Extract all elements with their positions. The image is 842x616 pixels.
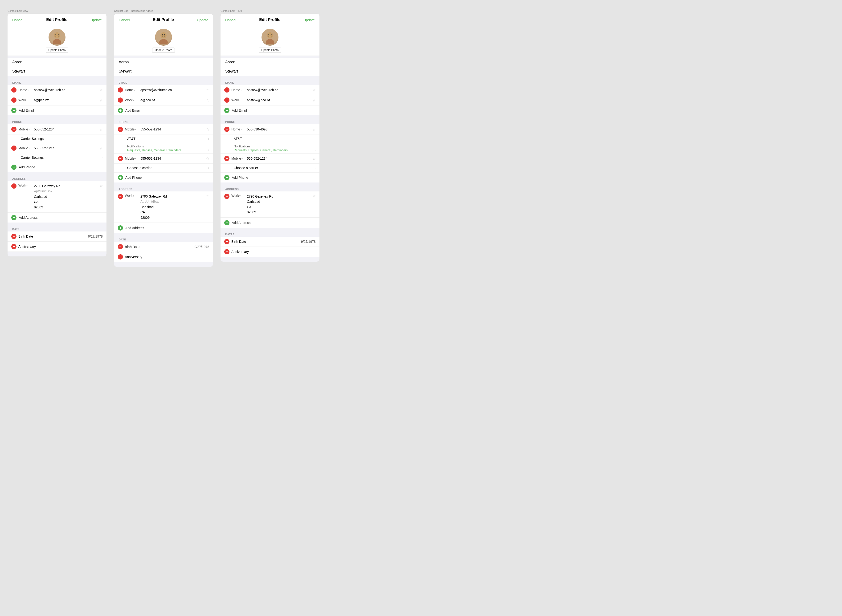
star-icon[interactable]: ☆ bbox=[312, 127, 316, 132]
carrier-row[interactable]: Carrier Settings › bbox=[7, 153, 106, 162]
last-name-field[interactable]: Stewart bbox=[7, 67, 106, 76]
email-type-dropdown[interactable]: Home ▾ bbox=[18, 88, 32, 92]
email-value[interactable]: apstew@cvchurch.co bbox=[34, 88, 97, 92]
first-name-field[interactable]: Aaron bbox=[114, 58, 213, 67]
remove-email-button[interactable]: − bbox=[224, 87, 229, 92]
add-phone-button[interactable]: + bbox=[224, 175, 229, 180]
add-email-button[interactable]: + bbox=[224, 108, 229, 113]
email-value[interactable]: apstew@pco.bz bbox=[247, 98, 310, 102]
last-name-field[interactable]: Stewart bbox=[220, 67, 319, 76]
remove-address-button[interactable]: − bbox=[11, 183, 16, 189]
star-icon[interactable]: ☆ bbox=[206, 156, 209, 161]
phone-type-dropdown[interactable]: Mobile ▾ bbox=[18, 128, 32, 131]
address-type-dropdown[interactable]: Work ▾ bbox=[231, 194, 245, 198]
carrier-row[interactable]: Choose a carrier › bbox=[114, 164, 213, 172]
star-icon[interactable]: ☆ bbox=[312, 98, 316, 103]
email-type-dropdown[interactable]: Home ▾ bbox=[125, 88, 138, 92]
section-header: PHONE bbox=[7, 117, 106, 124]
phone-value[interactable]: 555-530-4093 bbox=[247, 128, 310, 131]
update-button[interactable]: Update bbox=[197, 18, 208, 22]
star-icon[interactable]: ☆ bbox=[99, 146, 103, 151]
cancel-button[interactable]: Cancel bbox=[12, 18, 24, 22]
first-name-field[interactable]: Aaron bbox=[220, 58, 319, 67]
phone-value[interactable]: 555-552-1234 bbox=[247, 157, 310, 160]
remove-address-button[interactable]: − bbox=[224, 194, 229, 199]
update-photo-button[interactable]: Update Photo bbox=[152, 48, 175, 53]
remove-email-button[interactable]: − bbox=[11, 97, 16, 103]
email-value[interactable]: a@pco.bz bbox=[34, 98, 97, 102]
add-email-button[interactable]: + bbox=[11, 108, 16, 113]
carrier-row[interactable]: AT&T › bbox=[114, 135, 213, 143]
email-value[interactable]: apstew@cvchurch.co bbox=[140, 88, 204, 92]
email-type-dropdown[interactable]: Work ▾ bbox=[231, 98, 245, 102]
email-type-dropdown[interactable]: Work ▾ bbox=[18, 98, 32, 102]
email-row: − Work ▾ apstew@pco.bz ☆ bbox=[220, 95, 319, 105]
phone-type-dropdown[interactable]: Home ▾ bbox=[231, 128, 245, 131]
star-icon[interactable]: ☆ bbox=[206, 98, 209, 103]
remove-phone-button[interactable]: − bbox=[118, 127, 123, 132]
star-icon[interactable]: ☆ bbox=[99, 183, 103, 188]
remove-date-button[interactable]: − bbox=[224, 249, 229, 254]
remove-phone-button[interactable]: − bbox=[11, 145, 16, 151]
add-phone-button[interactable]: + bbox=[118, 175, 123, 180]
add-address-button[interactable]: + bbox=[11, 215, 16, 220]
add-email-button[interactable]: + bbox=[118, 108, 123, 113]
address-details: 2790 Gateway Rd Apt/Unit/Box Carlsbad CA… bbox=[140, 194, 204, 220]
remove-phone-button[interactable]: − bbox=[224, 156, 229, 161]
update-button[interactable]: Update bbox=[90, 18, 102, 22]
remove-address-button[interactable]: − bbox=[118, 194, 123, 199]
phone-type-dropdown[interactable]: Mobile ▾ bbox=[231, 157, 245, 160]
phone-type-dropdown[interactable]: Mobile ▾ bbox=[18, 146, 32, 150]
star-icon[interactable]: ☆ bbox=[312, 156, 316, 161]
notification-row[interactable]: Notifications Requests, Replies, General… bbox=[114, 143, 213, 154]
remove-date-button[interactable]: − bbox=[118, 244, 123, 249]
carrier-row[interactable]: Carrier Settings › bbox=[7, 135, 106, 143]
star-icon[interactable]: ☆ bbox=[99, 88, 103, 92]
remove-email-button[interactable]: − bbox=[118, 97, 123, 103]
remove-email-button[interactable]: − bbox=[118, 87, 123, 92]
star-icon[interactable]: ☆ bbox=[206, 194, 209, 198]
address-type-dropdown[interactable]: Work ▾ bbox=[125, 194, 138, 198]
last-name-field[interactable]: Stewart bbox=[114, 67, 213, 76]
address-type-dropdown[interactable]: Work ▾ bbox=[18, 183, 32, 187]
update-photo-button[interactable]: Update Photo bbox=[259, 48, 281, 53]
star-icon[interactable]: ☆ bbox=[312, 194, 316, 198]
phone-value[interactable]: 555-552-1244 bbox=[34, 146, 97, 150]
email-value[interactable]: apstew@cvchurch.co bbox=[247, 88, 310, 92]
phone-value[interactable]: 555-552-1234 bbox=[140, 128, 204, 131]
remove-date-button[interactable]: − bbox=[11, 234, 16, 239]
remove-email-button[interactable]: − bbox=[11, 87, 16, 92]
add-address-button[interactable]: + bbox=[224, 220, 229, 225]
email-type-dropdown[interactable]: Home ▾ bbox=[231, 88, 245, 92]
phone-value[interactable]: 555-552-1234 bbox=[34, 128, 97, 131]
remove-email-button[interactable]: − bbox=[224, 97, 229, 103]
remove-phone-button[interactable]: − bbox=[224, 127, 229, 132]
star-icon[interactable]: ☆ bbox=[206, 127, 209, 132]
cancel-button[interactable]: Cancel bbox=[119, 18, 130, 22]
carrier-row[interactable]: AT&T › bbox=[220, 135, 319, 143]
remove-date-button[interactable]: − bbox=[11, 244, 16, 249]
carrier-row[interactable]: Choose a carrier › bbox=[220, 164, 319, 172]
email-value[interactable]: a@pco.bz bbox=[140, 98, 204, 102]
star-icon[interactable]: ☆ bbox=[99, 98, 103, 103]
add-phone-button[interactable]: + bbox=[11, 164, 16, 170]
add-address-button[interactable]: + bbox=[118, 225, 123, 230]
phone-type-dropdown[interactable]: Mobile ▾ bbox=[125, 157, 138, 160]
remove-date-button[interactable]: − bbox=[224, 239, 229, 244]
notification-row[interactable]: Notifications Requests, Replies, General… bbox=[220, 143, 319, 154]
remove-date-button[interactable]: − bbox=[118, 254, 123, 260]
phone-type-dropdown[interactable]: Mobile ▾ bbox=[125, 128, 138, 131]
update-photo-button[interactable]: Update Photo bbox=[46, 48, 68, 53]
update-button[interactable]: Update bbox=[303, 18, 315, 22]
remove-phone-button[interactable]: − bbox=[11, 127, 16, 132]
remove-phone-button[interactable]: − bbox=[118, 156, 123, 161]
star-icon[interactable]: ☆ bbox=[312, 88, 316, 92]
star-icon[interactable]: ☆ bbox=[99, 127, 103, 132]
phone-value[interactable]: 555-552-1234 bbox=[140, 157, 204, 160]
first-name-field[interactable]: Aaron bbox=[7, 58, 106, 67]
date-value: 9/27/1978 bbox=[195, 245, 209, 249]
email-type-dropdown[interactable]: Work ▾ bbox=[125, 98, 138, 102]
cancel-button[interactable]: Cancel bbox=[225, 18, 236, 22]
star-icon[interactable]: ☆ bbox=[206, 88, 209, 92]
email-type-label: Home bbox=[18, 88, 27, 92]
